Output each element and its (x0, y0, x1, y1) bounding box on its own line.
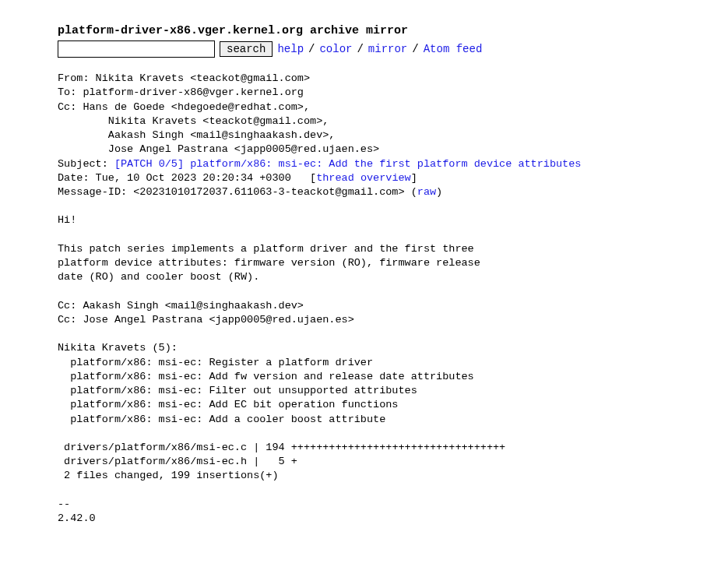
body-line: platform/x86: msi-ec: Add EC bit operati… (58, 399, 398, 410)
body-line: drivers/platform/x86/msi-ec.h | 5 + (58, 456, 297, 467)
top-bar: search help / color / mirror / Atom feed (58, 40, 681, 58)
body-line: 2.42.0 (58, 512, 96, 524)
message-body: From: Nikita Kravets <teackot@gmail.com>… (58, 72, 681, 526)
search-input[interactable] (58, 40, 215, 58)
body-line: Nikita Kravets (5): (58, 342, 178, 354)
cc-value-1: Hans de Goede <hdegoede@redhat.com>, (83, 101, 310, 113)
message-id-value: <20231010172037.611063-3-teackot@gmail.c… (133, 186, 417, 198)
body-line: platform/x86: msi-ec: Filter out unsuppo… (58, 385, 417, 396)
date-label: Date: (58, 172, 96, 184)
body-line: platform/x86: msi-ec: Add fw version and… (58, 371, 474, 382)
body-line: Cc: Jose Angel Pastrana <japp0005@red.uj… (58, 314, 354, 326)
atom-feed-link[interactable]: Atom feed (424, 42, 483, 57)
page-title: platform-driver-x86.vger.kernel.org arch… (58, 23, 681, 39)
mirror-link[interactable]: mirror (368, 42, 407, 57)
from-label: From: (58, 72, 96, 84)
body-line: date (RO) and cooler boost (RW). (58, 271, 259, 283)
body-line: This patch series implements a platform … (58, 243, 474, 255)
body-line: platform/x86: msi-ec: Add a cooler boost… (58, 414, 385, 425)
body-line: drivers/platform/x86/msi-ec.c | 194 ++++… (58, 442, 505, 453)
raw-link[interactable]: raw (417, 186, 436, 198)
cc-value-3: Aakash Singh <mail@singhaakash.dev>, (108, 129, 336, 141)
help-link[interactable]: help (277, 42, 304, 57)
body-line: -- (58, 498, 76, 510)
from-value: Nikita Kravets <teackot@gmail.com> (96, 72, 310, 84)
message-id-close: ) (436, 186, 442, 198)
body-line: platform/x86: msi-ec: Register a platfor… (58, 357, 373, 368)
date-value: Tue, 10 Oct 2023 20:20:34 +0300 (96, 172, 291, 184)
body-line: Cc: Aakash Singh <mail@singhaakash.dev> (58, 300, 304, 312)
separator: / (308, 42, 315, 57)
to-value: platform-driver-x86@vger.kernel.org (83, 86, 304, 98)
cc-value-2: Nikita Kravets <teackot@gmail.com>, (108, 115, 329, 127)
body-line: Hi! (58, 214, 76, 226)
color-link[interactable]: color (319, 42, 352, 57)
separator: / (357, 42, 363, 57)
subject-label: Subject: (58, 158, 114, 170)
subject-link[interactable]: [PATCH 0/5] platform/x86: msi-ec: Add th… (114, 158, 582, 170)
to-label: To: (58, 86, 83, 98)
thread-overview-link[interactable]: thread overview (316, 172, 411, 184)
message-id-label: Message-ID: (58, 186, 133, 198)
body-line: platform device attributes: firmware ver… (58, 257, 480, 269)
cc-label: Cc: (58, 101, 83, 113)
separator: / (412, 42, 418, 57)
cc-value-4: Jose Angel Pastrana <japp0005@red.ujaen.… (108, 143, 379, 155)
body-line: 2 files changed, 199 insertions(+) (58, 470, 279, 481)
search-button[interactable]: search (220, 41, 273, 57)
